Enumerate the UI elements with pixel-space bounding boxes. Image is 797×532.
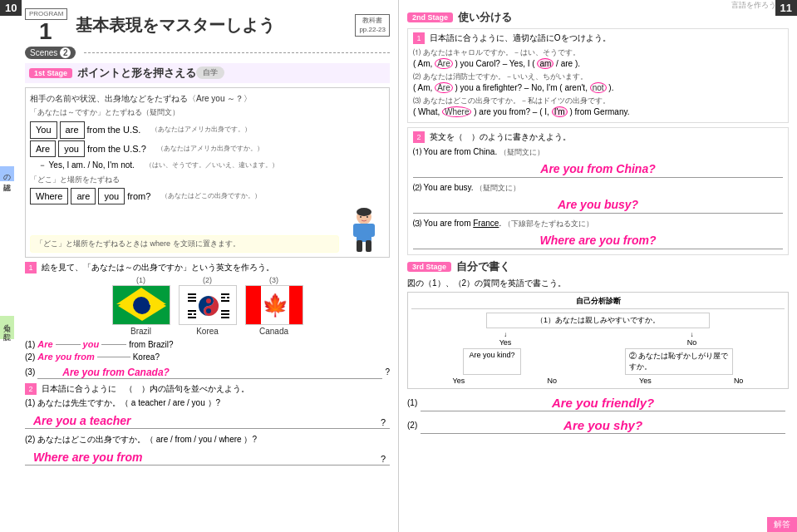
diag-no1: No <box>547 377 557 385</box>
s3-q1-answer: Are you friendly? <box>552 396 654 410</box>
program-title: 基本表現をマスターしよう <box>76 14 275 37</box>
s1-q2-sentence: ( Am, Are ) you a firefighter? – No, I'm… <box>413 82 783 93</box>
s2-q1-line: Are you from China? <box>413 160 783 178</box>
stage2-header: 2nd Stage 使い分ける <box>407 10 789 25</box>
s1-q3: ⑶ あなたはどこの出身ですか。－私はドイツの出身です。 ( What, Wher… <box>413 96 783 117</box>
side-label-left: の確認 <box>0 166 14 181</box>
self-study-badge: 自学 <box>196 66 224 79</box>
ex2-q1-text: あなたは先生ですか。（ a teacher / are / you ）? <box>37 398 220 407</box>
section2-header: 2 英文を（ ）のように書きかえよう。 <box>413 131 783 143</box>
stage3-instruction: 図の（1）、（2）の質問を英語で書こう。 <box>407 278 789 289</box>
dotted-divider <box>84 52 390 53</box>
s2-q3: ⑶ You are from France. （下線部をたずねる文に） Wher… <box>413 218 783 249</box>
brazil-label: Brazil <box>112 327 170 336</box>
svg-point-8 <box>367 216 368 218</box>
diag-yes-left: ↓ Yes <box>499 331 512 347</box>
page-num-right: 11 <box>775 0 797 16</box>
word-where: Where <box>30 188 68 205</box>
s3-q2-num: (2) <box>407 421 417 430</box>
s2-q1-text: ⑴ You are from China. （疑問文に） <box>413 146 783 158</box>
s2-instruction: 英文を（ ）のように書きかえよう。 <box>430 132 571 141</box>
circled-not: not <box>590 82 607 93</box>
section1-header: 1 日本語に合うように、適切な語にOをつけよう。 <box>413 32 783 44</box>
ex2-q2-q: ? <box>381 454 386 464</box>
ex2-q2-text: あなたはどこの出身ですか。（ are / from / you / where … <box>37 435 257 444</box>
right-page: 11 言語を作ろう 2nd Stage 使い分ける 1 日本語に合うように、適切… <box>399 0 797 532</box>
ex2-q2-answer: Where are you from <box>33 451 142 464</box>
stage3-header: 3rd Stage 自分で書く <box>407 259 789 274</box>
section1-box: 1 日本語に合うように、適切な語にOをつけよう。 ⑴ あなたはキャロルですか。－… <box>407 28 789 123</box>
diag-no2: No <box>734 377 744 385</box>
svg-rect-3 <box>368 224 375 237</box>
ex1-q1-ans1: Are <box>37 339 52 349</box>
s2-q2-line: Are you busy? <box>413 195 783 214</box>
s2-q2: ⑵ You are busy. （疑問文に） Are you busy? <box>413 182 783 214</box>
svg-rect-32 <box>289 286 303 325</box>
s1-q1: ⑴ あなたはキャロルですか。－はい、そうです。 ( Am, Are ) you … <box>413 47 783 69</box>
ex2-q2-line: Where are you from ? <box>25 447 390 466</box>
section2-box: 2 英文を（ ）のように書きかえよう。 ⑴ You are from China… <box>407 127 789 255</box>
ex2-instruction: 日本語に合うように （ ）内の語句を並べかえよう。 <box>42 384 249 393</box>
ex1-q1-blank1[interactable] <box>56 344 81 345</box>
s1-num: 1 <box>413 32 425 44</box>
circled-are2: Are <box>435 82 453 93</box>
s2-num: 2 <box>413 131 425 143</box>
s3-q2: (2) Are you shy? <box>407 416 789 434</box>
stage1-title: ポイントと形を押さえる <box>77 66 196 81</box>
s3-q2-answer: Are you shy? <box>563 418 642 432</box>
scenes-label: Scenes <box>30 48 57 57</box>
s1-q2: ⑵ あなたは消防士ですか。－いいえ、ちがいます。 ( Am, Are ) you… <box>413 71 783 93</box>
s2-q2-answer: Are you busy? <box>558 198 638 211</box>
diag-title: 自己分析診断 <box>411 296 785 309</box>
circled-im: I'm <box>552 106 568 117</box>
diag-branch1: ↓ Yes ↓ No <box>411 331 785 347</box>
word-are3: are <box>71 188 96 205</box>
word-you3: you <box>98 188 125 205</box>
svg-rect-31 <box>246 286 261 325</box>
ex2-q2: (2) あなたはどこの出身ですか。（ are / from / you / wh… <box>25 434 390 466</box>
s2-q3-answer: Where are you from? <box>539 234 656 247</box>
stage1-header: 1st Stage ポイントと形を押さえる 自学 <box>25 63 390 83</box>
textbook-ref: 教科書pp.22-23 <box>355 14 390 37</box>
korea-label: Korea <box>179 327 237 336</box>
where-row: Where are you from? （あなたはどこの出身ですか。） <box>30 188 385 205</box>
word-from-us: from the U.S. <box>87 123 141 137</box>
diag-q1: （1）あなたは親しみやすいですか。 <box>486 313 710 328</box>
stage3-section: 3rd Stage 自分で書く 図の（1）、（2）の質問を英語で書こう。 自己分… <box>407 259 789 434</box>
s2-q1: ⑴ You are from China. （疑問文に） Are you fro… <box>413 146 783 178</box>
diag-yes2: Yes <box>639 377 652 385</box>
program-header: PROGRAM 1 基本表現をマスターしよう 教科書pp.22-23 <box>25 8 390 43</box>
ex1-q1-num: (1) <box>25 340 35 349</box>
svg-point-11 <box>134 298 150 314</box>
jp-note-3: （はい、そうです。／いいえ、違います。） <box>145 160 278 170</box>
word-from3: from? <box>127 190 150 204</box>
scenes-badge: Scenes 2 <box>25 47 76 59</box>
diag-q2: ② あなたは恥ずかしがり屋ですか。 <box>625 348 733 375</box>
word-from-us2: from the U.S.? <box>87 142 146 156</box>
ex1-q2: (2) Are you from Korea? <box>25 352 390 362</box>
stage1-label: 1st Stage <box>29 68 72 78</box>
sentence-row-1: You are from the U.S. （あなたはアメリカ出身です。） <box>30 121 385 139</box>
s1-q3-sentence: ( What, Where ) are you from? – ( I, I'm… <box>413 106 783 117</box>
svg-rect-4 <box>357 240 362 252</box>
svg-rect-2 <box>353 224 360 237</box>
ex1-instruction: 絵を見て、「あなたは～の出身ですか」という英文を作ろう。 <box>42 263 274 272</box>
ex1-q1-blank2[interactable] <box>101 344 126 345</box>
ex1-q3-num: (3) <box>25 367 35 377</box>
ex2-q1-line: Are you a teacher ? <box>25 411 390 429</box>
s2-q3-line: Where are you from? <box>413 231 783 249</box>
ex2-q1-q: ? <box>381 417 386 427</box>
s2-q3-text: ⑶ You are from France. （下線部をたずねる文に） <box>413 218 783 229</box>
svg-rect-5 <box>366 240 371 252</box>
ex1-q2-blank[interactable] <box>97 357 130 357</box>
circled-where: Where <box>442 106 471 117</box>
diag-yes1: Yes <box>453 377 465 385</box>
ex1-q3-q: ? <box>385 367 390 377</box>
top-right-label: 言語を作ろう <box>731 0 776 11</box>
flag-korea <box>179 285 237 325</box>
flag-canada: 🍁 <box>245 285 303 325</box>
diag-final: Yes No Yes No <box>411 377 785 385</box>
ex2-q1-answer: Are you a teacher <box>33 414 131 427</box>
jp-note-4: （あなたはどこの出身ですか。） <box>161 191 261 201</box>
flag-brazil <box>112 285 170 325</box>
